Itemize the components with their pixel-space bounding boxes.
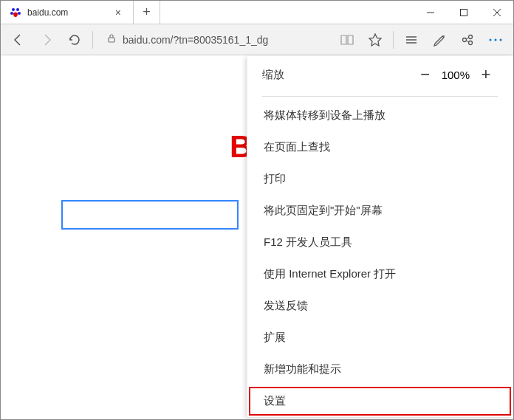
back-button[interactable] — [5, 27, 32, 53]
svg-rect-8 — [109, 38, 114, 42]
menu-print[interactable]: 打印 — [247, 163, 513, 195]
baidu-favicon-icon — [10, 7, 21, 18]
zoom-in-button[interactable]: + — [474, 63, 498, 86]
url-text: baidu.com/?tn=80035161_1_dg — [123, 34, 323, 46]
menu-whats-new[interactable]: 新增功能和提示 — [247, 354, 513, 385]
close-tab-button[interactable]: × — [112, 7, 124, 18]
svg-point-13 — [463, 38, 467, 41]
lock-icon — [106, 33, 117, 47]
share-button[interactable] — [454, 27, 481, 53]
svg-point-1 — [16, 8, 19, 11]
menu-separator — [262, 96, 498, 97]
menu-pin-to-start[interactable]: 将此页固定到"开始"屏幕 — [247, 195, 513, 227]
svg-line-16 — [466, 38, 469, 39]
minimize-button[interactable] — [414, 1, 447, 24]
new-tab-button[interactable]: + — [134, 1, 160, 24]
svg-point-19 — [495, 38, 497, 41]
menu-dev-tools[interactable]: F12 开发人员工具 — [247, 227, 513, 258]
menu-extensions[interactable]: 扩展 — [247, 322, 513, 354]
more-button[interactable] — [482, 27, 509, 53]
menu-cast-media[interactable]: 将媒体转移到设备上播放 — [247, 100, 513, 131]
svg-line-17 — [466, 41, 469, 42]
svg-rect-5 — [460, 9, 467, 16]
maximize-button[interactable] — [447, 1, 480, 24]
refresh-button[interactable] — [61, 27, 88, 53]
favorite-button[interactable] — [362, 27, 388, 53]
svg-point-14 — [469, 35, 473, 38]
zoom-out-button[interactable]: − — [414, 63, 437, 86]
svg-point-12 — [443, 35, 445, 37]
window-controls — [414, 1, 513, 24]
svg-point-20 — [500, 38, 502, 41]
browser-tab[interactable]: baidu.com × — [1, 1, 134, 24]
toolbar: baidu.com/?tn=80035161_1_dg — [1, 24, 513, 55]
forward-button[interactable] — [33, 27, 60, 53]
svg-point-2 — [10, 12, 13, 15]
reading-view-button[interactable] — [334, 27, 360, 53]
tab-title: baidu.com — [27, 7, 106, 18]
web-notes-button[interactable] — [426, 27, 453, 53]
close-window-button[interactable] — [480, 1, 513, 24]
address-bar[interactable]: baidu.com/?tn=80035161_1_dg — [100, 33, 329, 47]
zoom-row: 缩放 − 100% + — [247, 56, 513, 93]
svg-point-15 — [469, 41, 473, 44]
baidu-search-input[interactable] — [61, 200, 239, 230]
hub-button[interactable] — [398, 27, 425, 53]
more-menu: 缩放 − 100% + 将媒体转移到设备上播放 在页面上查找 打印 将此页固定到… — [247, 56, 513, 417]
zoom-value: 100% — [442, 69, 470, 81]
menu-find-on-page[interactable]: 在页面上查找 — [247, 131, 513, 163]
zoom-label: 缩放 — [262, 68, 414, 82]
menu-settings[interactable]: 设置 — [247, 385, 513, 417]
svg-point-3 — [18, 12, 21, 15]
title-bar: baidu.com × + — [1, 1, 513, 24]
menu-open-with-ie[interactable]: 使用 Internet Explorer 打开 — [247, 258, 513, 290]
menu-feedback[interactable]: 发送反馈 — [247, 290, 513, 322]
svg-point-0 — [12, 8, 15, 11]
svg-point-18 — [490, 38, 492, 41]
